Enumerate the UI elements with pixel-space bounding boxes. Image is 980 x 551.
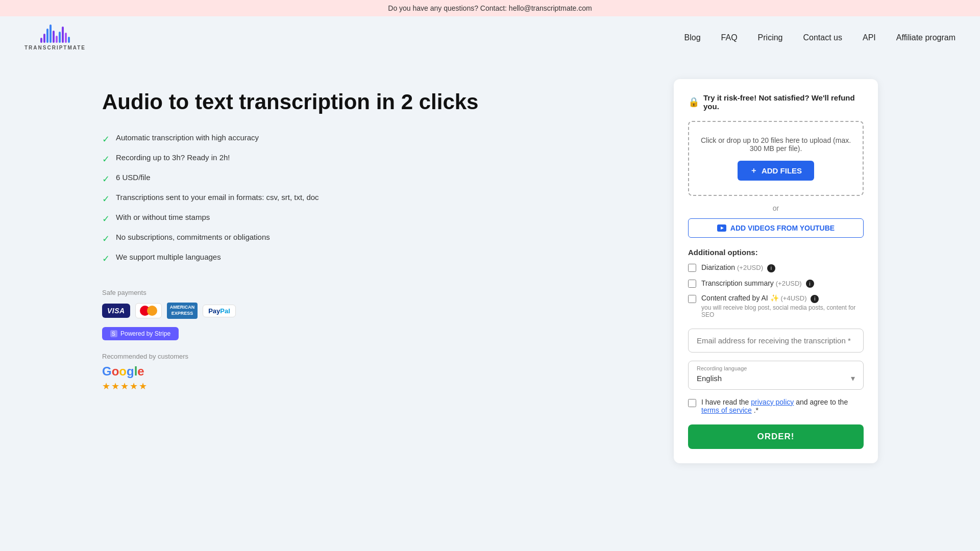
lock-icon: 🔒 — [688, 96, 699, 108]
nav-item-pricing[interactable]: Pricing — [758, 33, 783, 42]
risk-free-banner: 🔒 Try it risk-free! Not satisfied? We'll… — [688, 93, 864, 111]
check-icon: ✓ — [102, 173, 110, 185]
youtube-button[interactable]: ADD VIDEOS FROM YOUTUBE — [688, 218, 864, 238]
features-list: ✓ Automatic transcription with high accu… — [102, 133, 649, 264]
check-icon: ✓ — [102, 253, 110, 264]
feature-item: ✓ 6 USD/file — [102, 173, 649, 185]
nav-item-contact[interactable]: Contact us — [803, 33, 842, 42]
visa-logo: VISA — [102, 304, 130, 318]
feature-item: ✓ With or without time stamps — [102, 213, 649, 224]
terms-text2: and agree to the — [796, 398, 848, 406]
diarization-info-icon[interactable]: i — [767, 264, 775, 272]
youtube-icon — [717, 224, 726, 232]
options-list: Diarization (+2USD) i Transcription summ… — [688, 263, 864, 318]
safe-payments-label: Safe payments — [102, 289, 649, 296]
feature-item: ✓ Transcriptions sent to your email in f… — [102, 193, 649, 205]
diarization-label: Diarization (+2USD) i — [701, 263, 775, 271]
plus-icon: ＋ — [750, 166, 757, 176]
navbar: TRANSCRIPTMATE Blog FAQ Pricing Contact … — [0, 16, 980, 59]
nav-item-faq[interactable]: FAQ — [721, 33, 738, 42]
upload-form: 🔒 Try it risk-free! Not satisfied? We'll… — [674, 79, 878, 463]
check-icon: ✓ — [102, 233, 110, 244]
chevron-down-icon: ▾ — [851, 373, 855, 383]
recommended-label: Recommended by customers — [102, 353, 649, 360]
ai-info-icon[interactable]: i — [811, 295, 819, 303]
paypal-logo: PayPal — [203, 305, 236, 317]
check-icon: ✓ — [102, 154, 110, 165]
tos-link[interactable]: terms of service — [701, 406, 752, 414]
check-icon: ✓ — [102, 213, 110, 224]
upload-hint: Click or drop up to 20 files here to upl… — [699, 136, 852, 153]
feature-item: ✓ No subscriptions, commitments or oblig… — [102, 233, 649, 244]
transcription-summary-option: Transcription summary (+2USD) i — [688, 279, 864, 288]
transcription-summary-checkbox[interactable] — [688, 280, 696, 288]
language-label: Recording language — [697, 365, 855, 371]
language-value: English — [697, 374, 722, 383]
additional-options-label: Additional options: — [688, 248, 864, 257]
ai-content-option: Content crafted by AI ✨ (+4USD) i you wi… — [688, 294, 864, 318]
amex-logo: AMERICANEXPRESS — [167, 303, 198, 318]
check-icon: ✓ — [102, 134, 110, 145]
logo[interactable]: TRANSCRIPTMATE — [24, 24, 86, 51]
stripe-badge: S Powered by Stripe — [102, 327, 179, 340]
left-column: Audio to text transcription in 2 clicks … — [102, 79, 649, 392]
feature-item: ✓ Automatic transcription with high accu… — [102, 133, 649, 145]
diarization-checkbox[interactable] — [688, 264, 696, 272]
ai-content-checkbox[interactable] — [688, 295, 696, 303]
google-logo: Google — [102, 364, 649, 379]
terms-checkbox[interactable] — [688, 399, 696, 407]
mastercard-logo — [135, 303, 162, 318]
terms-row: I have read the privacy policy and agree… — [688, 398, 864, 414]
check-icon: ✓ — [102, 193, 110, 205]
hero-title: Audio to text transcription in 2 clicks — [102, 89, 649, 115]
terms-text3: .* — [754, 406, 758, 414]
transcription-summary-label: Transcription summary (+2USD) i — [701, 279, 814, 287]
privacy-policy-link[interactable]: privacy policy — [751, 398, 794, 406]
google-stars: ★★★★★ — [102, 381, 649, 392]
order-button[interactable]: ORDER! — [688, 424, 864, 449]
top-banner: Do you have any questions? Contact: hell… — [0, 0, 980, 16]
logo-text: TRANSCRIPTMATE — [24, 45, 86, 51]
nav-links: Blog FAQ Pricing Contact us API Affiliat… — [684, 33, 955, 42]
nav-item-blog[interactable]: Blog — [684, 33, 701, 42]
summary-info-icon[interactable]: i — [806, 280, 814, 288]
nav-item-api[interactable]: API — [863, 33, 876, 42]
terms-text1: I have read the — [701, 398, 751, 406]
feature-item: ✓ We support multiple languages — [102, 253, 649, 264]
ai-content-label: Content crafted by AI ✨ (+4USD) i — [701, 294, 864, 303]
email-input[interactable] — [688, 329, 864, 353]
language-selector[interactable]: Recording language English ▾ — [688, 361, 864, 390]
upload-area[interactable]: Click or drop up to 20 files here to upl… — [688, 121, 864, 196]
main-content: Audio to text transcription in 2 clicks … — [0, 59, 980, 484]
logo-waveform — [40, 24, 70, 43]
payment-logos: VISA AMERICANEXPRESS PayPal — [102, 303, 649, 318]
svg-text:S: S — [112, 331, 115, 337]
add-files-button[interactable]: ＋ ADD FILES — [738, 161, 814, 181]
or-divider: or — [688, 204, 864, 212]
nav-item-affiliate[interactable]: Affiliate program — [896, 33, 955, 42]
diarization-option: Diarization (+2USD) i — [688, 263, 864, 272]
ai-content-note: you will receive blog post, social media… — [701, 304, 864, 318]
feature-item: ✓ Recording up to 3h? Ready in 2h! — [102, 153, 649, 165]
